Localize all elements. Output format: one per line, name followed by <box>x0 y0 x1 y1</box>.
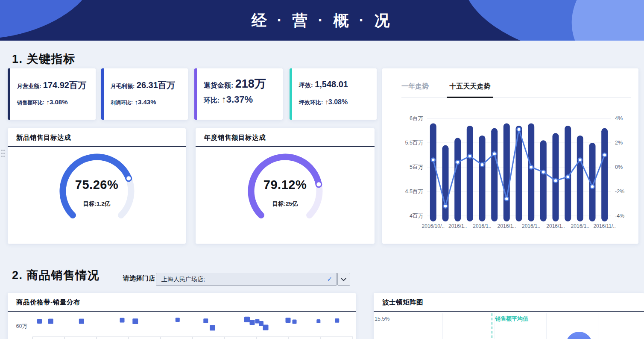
kpi-sub-label: 销售额环比: <box>17 100 44 106</box>
kpi-label: 月营业额: <box>17 83 41 89</box>
svg-text:2016/1..: 2016/1.. <box>448 223 467 229</box>
svg-text:5.5百万: 5.5百万 <box>405 140 423 146</box>
svg-text:2016/1..: 2016/1.. <box>571 223 589 229</box>
dashboard: 经 · 营 · 概 · 况 1. 关键指标 月营业额: 174.92百万 销售额… <box>0 0 644 339</box>
svg-text:4百万: 4百万 <box>410 213 423 219</box>
kpi-sub-label: 环比: <box>204 97 220 104</box>
kpi-card-return-amount: 退货金额: 218万 环比: ↑3.37% <box>194 68 283 120</box>
section-title-product-sales: 2. 商品销售情况 <box>12 268 100 283</box>
svg-text:2016/1..: 2016/1.. <box>473 223 491 229</box>
gauge-target-label: 目标:1.2亿 <box>8 200 186 208</box>
gauge-chart <box>54 150 140 234</box>
card-title-rule <box>8 146 186 147</box>
fifteen-day-trend-chart: 4百万4.5百万5百万5.5百万6百万-4%-2%0%2%4%2016/10/.… <box>395 109 634 237</box>
gauge-percent-value: 75.26% <box>8 178 186 192</box>
store-select[interactable]: 上海人民广场店; ✓ <box>156 273 337 286</box>
check-icon: ✓ <box>327 275 332 283</box>
average-line-label: 销售额平均值 <box>495 315 528 323</box>
y-axis-tick: 60万 <box>15 323 27 330</box>
svg-text:4.5百万: 4.5百万 <box>405 189 423 195</box>
card-title-rule <box>196 146 375 147</box>
section-title-key-indicators: 1. 关键指标 <box>12 51 76 67</box>
gauge-chart <box>243 150 328 234</box>
card-title-rule <box>8 311 356 312</box>
svg-text:4%: 4% <box>615 115 623 121</box>
card-title: 波士顿矩阵图 <box>382 298 423 307</box>
card-title: 商品价格带-销量分布 <box>16 298 80 307</box>
kpi-sub-label: 坪效环比: <box>299 99 323 106</box>
gridline <box>546 313 547 339</box>
svg-text:2016/11/..: 2016/11/.. <box>593 223 616 229</box>
kpi-value: 218万 <box>235 77 266 90</box>
svg-text:2016/1..: 2016/1.. <box>498 223 516 229</box>
tab-fifteen-day-trend[interactable]: 十五天天走势 <box>449 82 490 97</box>
boston-matrix-card: 波士顿矩阵图 15.5% 销售额平均值 <box>374 293 644 339</box>
y-axis-tick: 15.5% <box>375 316 389 322</box>
store-select-label: 请选择门店 <box>123 274 155 283</box>
card-title-rule <box>374 311 644 312</box>
card-title: 年度销售额目标达成 <box>204 133 266 142</box>
average-reference-line <box>492 313 492 339</box>
gridline <box>598 313 598 339</box>
gauge-target-label: 目标:25亿 <box>196 200 375 208</box>
bubble-datapoint <box>566 332 592 339</box>
svg-text:2016/1..: 2016/1.. <box>546 223 565 229</box>
kpi-sub-value: ↑3.08% <box>46 98 67 106</box>
kpi-label: 退货金额: <box>204 82 233 89</box>
svg-text:6百万: 6百万 <box>410 115 423 121</box>
kpi-card-monthly-revenue: 月营业额: 174.92百万 销售额环比: ↑3.08% <box>8 68 96 120</box>
page-title: 经 · 营 · 概 · 况 <box>0 0 644 41</box>
svg-text:0%: 0% <box>615 164 623 170</box>
gridline <box>442 313 443 339</box>
kpi-accent-bar <box>101 68 104 120</box>
svg-text:2016/10/..: 2016/10/.. <box>422 223 445 229</box>
kpi-accent-bar <box>194 68 197 120</box>
gauge-card-new-product-target: 新品销售目标达成 75.26% 目标:1.2亿 <box>8 128 186 244</box>
kpi-card-monthly-gross-profit: 月毛利额: 26.31百万 利润环比: ↑3.43% <box>101 68 188 120</box>
svg-text:2%: 2% <box>615 140 623 146</box>
trend-tabs: 一年走势 十五天天走势 <box>401 82 631 98</box>
kpi-value: 1,548.01 <box>315 80 348 89</box>
kpi-sub-value: ↑3.43% <box>135 98 156 106</box>
kpi-sub-value: ↑3.37% <box>222 94 253 105</box>
kpi-label: 坪效: <box>299 82 313 88</box>
boston-matrix-chart: 销售额平均值 <box>391 313 644 339</box>
store-select-value: 上海人民广场店; <box>161 276 205 283</box>
tab-one-year-trend[interactable]: 一年走势 <box>401 82 429 97</box>
gauge-card-annual-sales-target: 年度销售额目标达成 79.12% 目标:25亿 <box>196 128 375 244</box>
store-select-dropdown-button[interactable] <box>337 273 350 286</box>
trend-chart-card: 一年走势 十五天天走势 4百万4.5百万5百万5.5百万6百万-4%-2%0%2… <box>382 68 638 244</box>
header-banner: 经 · 营 · 概 · 况 <box>0 0 644 41</box>
kpi-value: 174.92百万 <box>43 80 86 90</box>
price-band-chart-card: 商品价格带-销量分布 60万 <box>8 293 356 339</box>
kpi-accent-bar <box>8 68 10 120</box>
svg-text:-4%: -4% <box>615 213 624 219</box>
kpi-label: 月毛利额: <box>111 83 135 89</box>
kpi-accent-bar <box>290 68 292 120</box>
svg-text:-2%: -2% <box>615 189 624 195</box>
kpi-sub-value: ↑3.08% <box>325 98 348 106</box>
kpi-card-sales-per-area: 坪效: 1,548.01 坪效环比: ↑3.08% <box>290 68 377 120</box>
svg-text:5百万: 5百万 <box>410 164 423 170</box>
card-title: 新品销售目标达成 <box>16 133 71 142</box>
svg-text:2016/1..: 2016/1.. <box>522 223 540 229</box>
kpi-sub-label: 利润环比: <box>111 100 133 106</box>
price-band-scatter-chart <box>29 313 354 339</box>
gauge-percent-value: 79.12% <box>196 178 375 192</box>
kpi-value: 26.31百万 <box>137 80 175 90</box>
drag-handle-icon[interactable] <box>1 150 6 159</box>
chevron-down-icon <box>341 276 346 281</box>
